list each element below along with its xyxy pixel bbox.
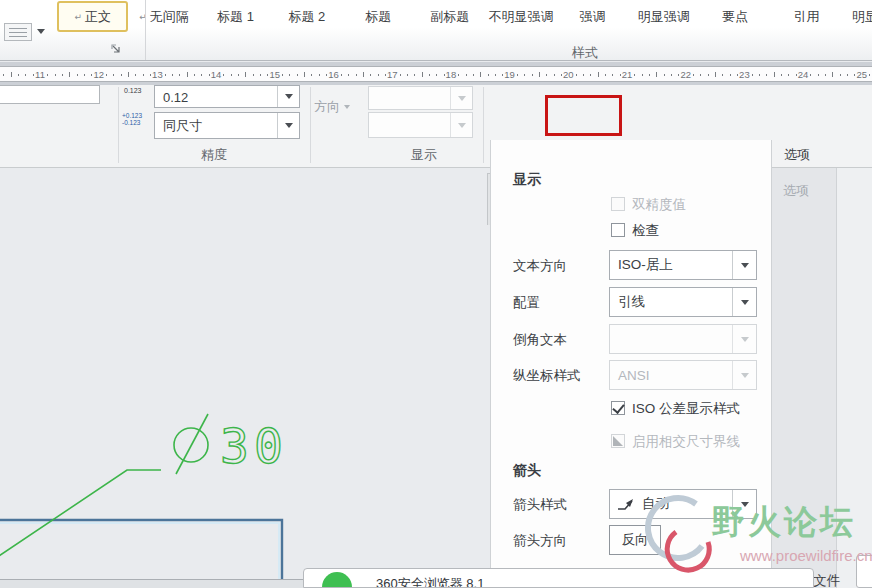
ruler-dot (407, 74, 408, 76)
ruler-dot (106, 74, 107, 76)
partial-input-field (0, 85, 100, 104)
diameter-symbol-icon (174, 414, 208, 474)
ruler-number: 20 (563, 69, 574, 80)
style-item-5[interactable]: 副标题 (414, 1, 485, 32)
ruler-dot (348, 74, 349, 76)
iso-tolerance-checkbox[interactable] (611, 401, 625, 415)
ruler-dot (766, 74, 767, 76)
style-item-8[interactable]: 明显强调 (628, 1, 699, 32)
file-menu-item[interactable]: 文件 (813, 573, 840, 588)
ruler-dot (708, 74, 709, 76)
ruler-dot (319, 74, 320, 76)
ruler-dot (121, 74, 122, 76)
ruler-dot (414, 74, 415, 76)
gallery-scroll-icon[interactable] (4, 23, 32, 41)
dropdown-arrow-icon (450, 87, 472, 109)
style-item-label: 引用 (794, 8, 820, 26)
text-orientation-dropdown[interactable]: ISO-居上 (609, 250, 757, 280)
inspect-checkbox[interactable] (611, 223, 625, 237)
tolerance-icon: +0.123 -0.123 (122, 112, 142, 126)
style-item-9[interactable]: 要点 (700, 1, 771, 32)
ruler-dot (297, 74, 298, 76)
ruler-dot (91, 74, 92, 76)
tolerance-dropdown[interactable]: 同尺寸 (154, 112, 300, 139)
ruler-dot (143, 74, 144, 76)
ruler-dot (135, 74, 136, 76)
dual-precision-label: 双精度值 (632, 196, 686, 214)
gallery-dropdown-arrow-icon[interactable] (37, 29, 45, 34)
ruler-dot (341, 74, 342, 76)
style-item-10[interactable]: 引用 (771, 1, 842, 32)
style-item-label: 标题 2 (288, 8, 325, 26)
ruler-dot (466, 74, 467, 76)
horizontal-ruler[interactable]: 111213141516171819202122232425 (0, 66, 872, 82)
ruler-dot (737, 74, 738, 76)
ruler-midtick (774, 72, 775, 77)
ruler-dot (113, 74, 114, 76)
browser-popup[interactable]: 360安全浏览器 8.1 (303, 568, 814, 588)
style-item-label: 正文 (85, 8, 111, 26)
ruler-dot (554, 74, 555, 76)
browser-logo-icon (322, 572, 352, 588)
style-item-6[interactable]: 不明显强调 (485, 1, 556, 32)
dropdown-arrow-icon[interactable] (277, 113, 299, 138)
dropdown-arrow-icon (344, 105, 350, 109)
group-divider (483, 87, 484, 163)
style-item-0[interactable]: ↵正文 (57, 1, 128, 32)
ruler-dot (781, 74, 782, 76)
ruler-midtick (363, 72, 364, 77)
decimal-places-dropdown[interactable]: 0.12 (154, 85, 300, 108)
dropdown-arrow-icon[interactable] (732, 251, 756, 279)
ruler-midtick (245, 72, 246, 77)
ruler-dot (546, 74, 547, 76)
inspect-label: 检查 (632, 222, 659, 240)
ruler-dot (796, 74, 797, 76)
ruler-dot (532, 74, 533, 76)
ruler-dot (3, 74, 4, 76)
ruler-midtick (598, 72, 599, 77)
styles-dialog-launcher-icon[interactable] (110, 43, 124, 57)
tolerance-value: 同尺寸 (163, 117, 202, 135)
ruler-number: 14 (211, 69, 222, 80)
style-item-7[interactable]: 强调 (557, 1, 628, 32)
ruler-dot (326, 74, 327, 76)
ruler-dot (378, 74, 379, 76)
style-item-label: 强调 (579, 8, 605, 26)
style-item-label: 明显引用 (852, 8, 872, 26)
word-styles-ribbon: ↵正文↵无间隔标题 1标题 2标题副标题不明显强调强调明显强调要点引用明显引用 … (0, 0, 872, 61)
dropdown-arrow-icon[interactable] (732, 288, 756, 316)
ordinate-style-dropdown: ANSI (609, 360, 757, 390)
arrow-style-label: 箭头样式 (513, 496, 567, 514)
ruler-dot (517, 74, 518, 76)
red-highlight-annotation (545, 95, 622, 136)
style-item-3[interactable]: 标题 2 (271, 1, 342, 32)
dimension-value-text[interactable]: 30 (220, 418, 288, 474)
ruler-dot (869, 74, 870, 76)
ruler-number: 19 (504, 69, 515, 80)
direction-dropdown[interactable]: 方向 (314, 98, 350, 116)
ruler-dot (444, 74, 445, 76)
ruler-dot (649, 74, 650, 76)
ruler-number: 11 (35, 69, 45, 80)
ruler-dot (612, 74, 613, 76)
ruler-dot (201, 74, 202, 76)
drawing-rectangle[interactable] (0, 520, 282, 588)
ruler-dot (854, 74, 855, 76)
style-item-11[interactable]: 明显引用 (842, 1, 872, 32)
dual-precision-checkbox (611, 197, 625, 211)
dimension-leader-line[interactable] (0, 470, 161, 558)
ruler-midtick (304, 72, 305, 77)
ruler-dot (810, 74, 811, 76)
ruler-midtick (187, 72, 188, 77)
group-divider (118, 87, 119, 163)
style-item-1[interactable]: ↵无间隔 (128, 1, 199, 32)
style-item-4[interactable]: 标题 (343, 1, 414, 32)
ruler-dot (165, 74, 166, 76)
dropdown-arrow-icon[interactable] (277, 86, 299, 107)
ruler-dot (172, 74, 173, 76)
ruler-dot (55, 74, 56, 76)
style-item-2[interactable]: 标题 1 (200, 1, 271, 32)
configuration-dropdown[interactable]: 引线 (609, 287, 757, 317)
ruler-dot (282, 74, 283, 76)
decimal-places-icon: 0.123 (124, 87, 142, 94)
